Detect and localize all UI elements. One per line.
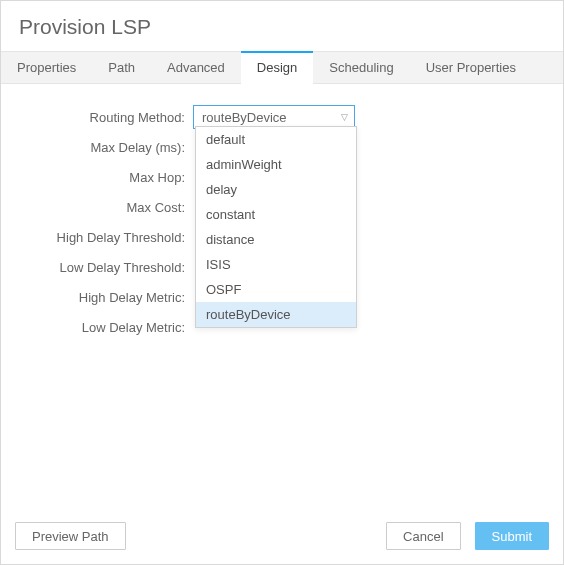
option-constant[interactable]: constant <box>196 202 356 227</box>
label-max-cost: Max Cost: <box>7 200 193 215</box>
tab-bar: Properties Path Advanced Design Scheduli… <box>1 51 563 84</box>
form-body: Routing Method: routeByDevice ▽ Max Dela… <box>1 84 563 510</box>
submit-button[interactable]: Submit <box>475 522 549 550</box>
tab-design[interactable]: Design <box>241 52 313 83</box>
option-default[interactable]: default <box>196 127 356 152</box>
preview-path-button[interactable]: Preview Path <box>15 522 126 550</box>
label-routing-method: Routing Method: <box>7 110 193 125</box>
tab-properties[interactable]: Properties <box>1 52 92 83</box>
tab-user-properties[interactable]: User Properties <box>410 52 532 83</box>
tab-path[interactable]: Path <box>92 52 151 83</box>
provision-lsp-dialog: Provision LSP Properties Path Advanced D… <box>0 0 564 565</box>
label-high-delay-threshold: High Delay Threshold: <box>7 230 193 245</box>
chevron-down-icon: ▽ <box>341 113 348 122</box>
label-low-delay-metric: Low Delay Metric: <box>7 320 193 335</box>
option-distance[interactable]: distance <box>196 227 356 252</box>
tab-scheduling[interactable]: Scheduling <box>313 52 409 83</box>
cancel-button[interactable]: Cancel <box>386 522 460 550</box>
option-delay[interactable]: delay <box>196 177 356 202</box>
dialog-title: Provision LSP <box>1 1 563 51</box>
option-isis[interactable]: ISIS <box>196 252 356 277</box>
dropdown-routing-method[interactable]: default adminWeight delay constant dista… <box>195 126 357 328</box>
dialog-footer: Preview Path Cancel Submit <box>1 510 563 564</box>
label-low-delay-threshold: Low Delay Threshold: <box>7 260 193 275</box>
select-routing-method-value: routeByDevice <box>202 110 287 125</box>
option-route-by-device[interactable]: routeByDevice <box>196 302 356 327</box>
option-ospf[interactable]: OSPF <box>196 277 356 302</box>
tab-advanced[interactable]: Advanced <box>151 52 241 83</box>
label-max-delay: Max Delay (ms): <box>7 140 193 155</box>
footer-right-group: Cancel Submit <box>386 522 549 550</box>
label-max-hop: Max Hop: <box>7 170 193 185</box>
option-admin-weight[interactable]: adminWeight <box>196 152 356 177</box>
label-high-delay-metric: High Delay Metric: <box>7 290 193 305</box>
